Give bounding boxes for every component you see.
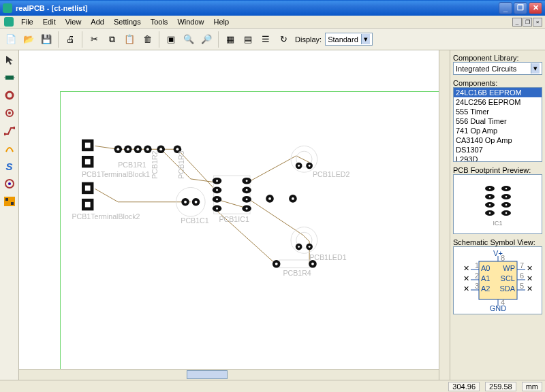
s-icon: S <box>5 161 12 172</box>
open-button[interactable]: 📂 <box>20 31 37 48</box>
svg-point-93 <box>309 246 311 248</box>
doc-icon <box>4 17 14 27</box>
svg-point-6 <box>4 133 6 135</box>
footprint-led2: PCB1LED2 <box>291 146 349 178</box>
svg-text:✕: ✕ <box>463 264 469 272</box>
svg-point-88 <box>291 227 317 254</box>
mdi-restore-button[interactable]: ❐ <box>523 18 532 27</box>
menu-add[interactable]: Add <box>86 16 109 27</box>
svg-line-16 <box>95 189 118 201</box>
v-scrollbar[interactable] <box>439 50 450 380</box>
copy-button[interactable]: ⧉ <box>104 31 120 48</box>
snap-button[interactable]: ▤ <box>240 31 256 48</box>
sidebar: Component Library: Integrated Circuits ▾… <box>450 50 545 380</box>
tool-palette: S <box>0 50 19 380</box>
menu-view[interactable]: View <box>61 16 87 27</box>
component-item[interactable]: 555 Timer <box>454 107 542 116</box>
zoom-in-button[interactable]: 🔍 <box>181 31 197 48</box>
component-item[interactable]: 741 Op Amp <box>454 126 542 135</box>
component-item[interactable]: 24LC16B EEPROM <box>454 88 542 97</box>
chevron-down-icon: ▾ <box>361 34 370 44</box>
svg-line-25 <box>302 235 309 242</box>
svg-point-74 <box>246 198 248 200</box>
cut-button[interactable]: ✂ <box>86 31 102 48</box>
display-combo[interactable]: Standard ▾ <box>325 33 373 46</box>
footprint-label: PCB Footprint Preview: <box>453 166 542 174</box>
svg-point-115 <box>505 204 507 206</box>
svg-text:PCB1R3: PCB1R3 <box>177 150 185 178</box>
mdi-min-button[interactable]: _ <box>512 18 522 27</box>
svg-text:6: 6 <box>520 272 524 280</box>
components-list[interactable]: 24LC16B EEPROM24LC256 EEPROM555 Timer556… <box>453 87 542 162</box>
save-icon: 💾 <box>41 35 52 44</box>
svg-point-57 <box>195 201 198 203</box>
menu-help[interactable]: Help <box>209 16 234 27</box>
menu-settings[interactable]: Settings <box>109 16 146 27</box>
grid-button[interactable]: ▦ <box>222 31 238 48</box>
zoom-out-button[interactable]: 🔎 <box>198 31 215 48</box>
svg-text:A2: A2 <box>481 284 490 293</box>
save-button[interactable]: 💾 <box>38 31 54 48</box>
svg-point-48 <box>159 148 162 150</box>
svg-point-9 <box>8 182 11 185</box>
svg-point-75 <box>246 208 248 210</box>
display-value: Standard <box>328 35 358 44</box>
arc-tool[interactable] <box>2 142 17 155</box>
component-item[interactable]: DS1307 <box>454 145 542 154</box>
pcb-canvas[interactable]: PCB1TerminalBlock1 PCB1TerminalBlock2 PC… <box>19 50 439 369</box>
component-item[interactable]: 556 Dual Timer <box>454 116 542 126</box>
mdi-close-button[interactable]: × <box>533 18 542 27</box>
h-scrollbar[interactable] <box>19 369 439 380</box>
svg-point-56 <box>184 201 187 203</box>
svg-line-19 <box>191 179 215 182</box>
component-item[interactable]: L293D <box>454 154 542 162</box>
autoroute-tool[interactable] <box>2 195 17 208</box>
menu-window[interactable]: Window <box>172 16 208 27</box>
menubar: File Edit View Add Settings Tools Window… <box>0 16 545 29</box>
layers-button[interactable]: ☰ <box>258 31 274 48</box>
svg-rect-95 <box>280 260 310 268</box>
component-item[interactable]: 24LC256 EEPROM <box>454 97 542 107</box>
trash-icon: 🗑 <box>143 35 152 44</box>
library-value: Integrated Circuits <box>456 65 516 73</box>
chevron-down-icon: ▾ <box>531 63 540 74</box>
svg-text:7: 7 <box>520 261 524 270</box>
menu-edit[interactable]: Edit <box>38 16 61 27</box>
menu-tools[interactable]: Tools <box>146 16 173 27</box>
svg-text:PCB1R1: PCB1R1 <box>118 161 146 169</box>
component-tool[interactable] <box>2 71 17 84</box>
maximize-button[interactable]: ❐ <box>514 2 527 14</box>
delete-button[interactable]: 🗑 <box>139 31 155 48</box>
svg-text:PCB1R2: PCB1R2 <box>151 150 159 178</box>
shape-tool[interactable]: S <box>2 159 17 173</box>
print-button[interactable]: 🖨 <box>62 31 78 48</box>
via-tool[interactable] <box>2 106 17 120</box>
library-combo[interactable]: Integrated Circuits ▾ <box>453 62 542 75</box>
svg-text:✕: ✕ <box>527 274 533 282</box>
fit-icon: ▣ <box>167 35 175 44</box>
menu-file[interactable]: File <box>16 16 38 27</box>
svg-point-49 <box>176 148 179 150</box>
select-tool[interactable] <box>2 53 17 67</box>
svg-point-3 <box>6 92 13 99</box>
track-tool[interactable] <box>2 124 17 137</box>
app-icon <box>3 3 12 13</box>
component-item[interactable]: CA3140 Op Amp <box>454 135 542 145</box>
svg-text:✕: ✕ <box>463 284 469 293</box>
pour-tool[interactable] <box>2 177 17 191</box>
paste-button[interactable]: 📋 <box>121 31 138 48</box>
svg-rect-0 <box>5 76 14 80</box>
footprint-ic1: PCB1IC1 <box>213 176 251 223</box>
svg-point-111 <box>488 204 490 206</box>
new-button[interactable]: 📄 <box>3 31 19 48</box>
refresh-button[interactable]: ↻ <box>275 31 292 48</box>
zoom-fit-button[interactable]: ▣ <box>163 31 179 48</box>
svg-point-112 <box>488 212 490 214</box>
svg-point-45 <box>127 148 129 150</box>
svg-point-44 <box>116 148 119 150</box>
pad-tool[interactable] <box>2 88 17 102</box>
display-label: Display: <box>295 35 322 44</box>
titlebar: realPCB - [ct-netlist] _ ❐ ✕ <box>0 0 545 16</box>
close-button[interactable]: ✕ <box>529 2 542 14</box>
minimize-button[interactable]: _ <box>499 2 512 14</box>
